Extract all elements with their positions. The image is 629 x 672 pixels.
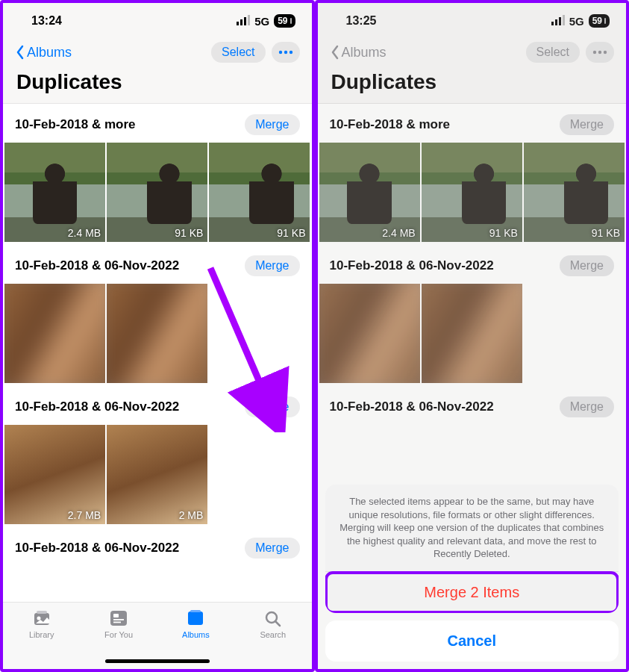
battery-icon: 59 xyxy=(274,14,295,28)
thumb-row xyxy=(3,284,312,383)
svg-rect-7 xyxy=(113,614,119,617)
chevron-left-icon xyxy=(15,45,25,60)
page-title: Duplicates xyxy=(3,70,312,103)
svg-rect-10 xyxy=(188,612,203,625)
tab-albums[interactable]: Albums xyxy=(157,609,234,639)
search-icon xyxy=(263,609,284,628)
home-indicator[interactable] xyxy=(105,659,210,663)
albums-icon xyxy=(185,609,206,628)
signal-icon xyxy=(237,16,250,25)
back-button[interactable]: Albums xyxy=(15,45,72,60)
select-button[interactable]: Select xyxy=(211,42,265,63)
thumbnail[interactable]: 91 KB xyxy=(107,143,207,242)
svg-rect-11 xyxy=(190,610,201,612)
merge-button[interactable]: Merge xyxy=(245,255,299,276)
thumb-row: 2.7 MB 2 MB xyxy=(3,425,312,524)
svg-rect-4 xyxy=(37,611,47,614)
status-time: 13:24 xyxy=(31,14,62,28)
svg-point-5 xyxy=(37,617,40,620)
group-title: 10-Feb-2018 & more xyxy=(15,117,136,132)
library-icon xyxy=(31,609,52,628)
thumbnail[interactable] xyxy=(4,284,105,383)
svg-point-1 xyxy=(284,51,287,54)
thumbnail[interactable]: 2.4 MB xyxy=(4,143,105,242)
group-header: 10-Feb-2018 & 06-Nov-2022 Merge xyxy=(3,242,312,284)
more-button[interactable] xyxy=(272,42,300,63)
thumbnail[interactable]: 91 KB xyxy=(209,143,310,242)
phone-right: 13:25 5G 59 Albums Select Duplicates xyxy=(315,0,630,672)
group-header: 10-Feb-2018 & 06-Nov-2022 Merge xyxy=(3,383,312,425)
tab-foryou[interactable]: For You xyxy=(80,609,157,639)
cancel-button[interactable]: Cancel xyxy=(325,620,619,662)
svg-line-13 xyxy=(275,621,280,626)
group-header: 10-Feb-2018 & more Merge xyxy=(3,104,312,143)
tab-library[interactable]: Library xyxy=(3,609,80,639)
merge-button[interactable]: Merge xyxy=(245,114,299,135)
thumbnail[interactable]: 2.7 MB xyxy=(4,425,105,524)
ellipsis-icon xyxy=(278,50,293,55)
nav-bar: Albums Select xyxy=(3,39,312,70)
group-header: 10-Feb-2018 & 06-Nov-2022 Merge xyxy=(3,524,312,566)
merge-button[interactable]: Merge xyxy=(245,396,299,417)
thumbnail[interactable] xyxy=(107,284,207,383)
tab-bar: Library For You Albums Search xyxy=(3,602,312,669)
merge-button[interactable]: Merge xyxy=(245,538,299,559)
thumb-row: 2.4 MB 91 KB 91 KB xyxy=(3,143,312,242)
tab-search[interactable]: Search xyxy=(234,609,311,639)
phone-left: 13:24 5G 59 Albums Select Duplicates xyxy=(0,0,315,672)
duplicates-list[interactable]: 10-Feb-2018 & more Merge 2.4 MB 91 KB 91… xyxy=(3,104,312,669)
foryou-icon xyxy=(108,609,129,628)
group-title: 10-Feb-2018 & 06-Nov-2022 xyxy=(15,541,179,556)
thumbnail[interactable]: 2 MB xyxy=(107,425,207,524)
svg-rect-9 xyxy=(113,622,121,623)
status-bar: 13:24 5G 59 xyxy=(3,3,312,39)
svg-rect-6 xyxy=(110,611,127,626)
svg-rect-8 xyxy=(113,619,124,620)
action-sheet-message: The selected items appear to be the same… xyxy=(325,485,619,572)
action-sheet: The selected items appear to be the same… xyxy=(325,485,619,662)
group-title: 10-Feb-2018 & 06-Nov-2022 xyxy=(15,258,179,273)
merge-confirm-button[interactable]: Merge 2 Items xyxy=(325,572,619,613)
status-network: 5G xyxy=(254,15,269,28)
back-label: Albums xyxy=(27,45,72,60)
group-title: 10-Feb-2018 & 06-Nov-2022 xyxy=(15,399,179,414)
svg-point-2 xyxy=(289,51,292,54)
svg-point-0 xyxy=(278,51,281,54)
